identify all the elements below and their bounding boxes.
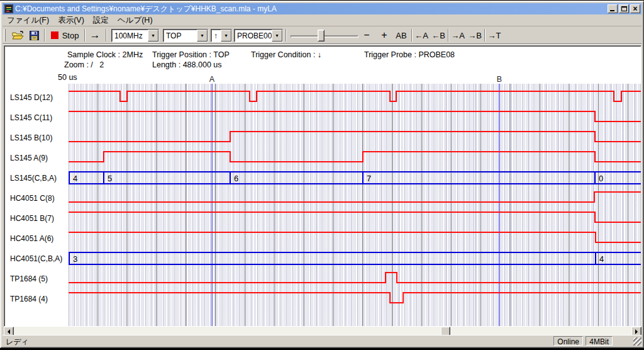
- goto-b-button[interactable]: →B: [467, 28, 483, 42]
- set-a-button[interactable]: ←A: [413, 28, 430, 42]
- channel-label: HC4051 B(7): [10, 214, 54, 223]
- bus-value: 3: [73, 254, 77, 264]
- trigger-position-value: TOP: [164, 30, 197, 42]
- bus-value: 5: [108, 174, 112, 183]
- status-bar: レディ Online 4MBit: [3, 335, 641, 346]
- channel-label: HC4051(C,B,A): [10, 254, 62, 263]
- set-b-button[interactable]: ←B: [430, 28, 447, 42]
- channel-label: TP1684 (4): [10, 295, 48, 303]
- menu-view[interactable]: 表示(V): [53, 14, 89, 26]
- channel-label: LS145(C,B,A): [10, 174, 57, 183]
- sample-clock-value: 100MHz: [112, 30, 148, 42]
- save-button[interactable]: [26, 28, 42, 42]
- info-length: Length : 488.000 us: [152, 60, 222, 69]
- dropdown-arrow-icon[interactable]: ▼: [197, 30, 208, 42]
- toolbar-separator: [44, 29, 45, 42]
- sample-clock-select[interactable]: 100MHz ▼: [111, 29, 159, 42]
- zoom-slider-thumb[interactable]: [318, 30, 325, 42]
- channel-label: LS145 C(11): [10, 113, 52, 122]
- channel-label: LS145 D(12): [10, 93, 53, 102]
- menu-settings[interactable]: 設定: [89, 14, 113, 26]
- trigger-edge-select[interactable]: ↑ ▼: [211, 29, 232, 42]
- app-icon: [4, 4, 13, 13]
- dropdown-arrow-icon[interactable]: ▼: [272, 30, 282, 42]
- toolbar-separator: [411, 29, 413, 42]
- zoom-out-button[interactable]: −: [359, 28, 374, 42]
- stop-button[interactable]: Stop: [48, 28, 82, 42]
- dropdown-arrow-icon[interactable]: ▼: [148, 30, 158, 42]
- run-arrow-icon: →: [90, 29, 101, 42]
- maximize-icon: [621, 6, 627, 11]
- bus-value: 4: [73, 174, 77, 183]
- title-bar[interactable]: C:¥Documents and Settings¥noname¥デスクトップ¥…: [3, 3, 641, 14]
- toolbar-separator: [484, 29, 486, 42]
- close-button[interactable]: ×: [630, 4, 640, 13]
- toolbar-grip[interactable]: [4, 29, 6, 42]
- waveform-plot[interactable]: 4567034: [69, 84, 641, 327]
- goto-a-button[interactable]: →A: [450, 28, 466, 42]
- trigger-probe-select[interactable]: PROBE00 ▼: [234, 29, 283, 42]
- channel-label: TP1684 (5): [10, 274, 48, 283]
- bus-value: 6: [234, 174, 238, 183]
- info-trigger-condition: Trigger Condition : ↓: [251, 50, 321, 59]
- info-trigger-probe: Trigger Probe : PROBE08: [364, 50, 455, 59]
- digital-trace: [69, 273, 641, 283]
- scroll-left-icon: [5, 329, 10, 334]
- bus-value: 4: [599, 254, 604, 264]
- digital-trace: [69, 132, 641, 142]
- bus-value: 7: [367, 174, 371, 183]
- channel-label: LS145 B(10): [10, 133, 52, 142]
- digital-trace: [69, 293, 641, 303]
- trigger-position-select[interactable]: TOP ▼: [163, 29, 208, 42]
- zoom-in-button[interactable]: +: [377, 28, 392, 42]
- menu-help[interactable]: ヘルプ(H): [113, 14, 157, 26]
- digital-trace: [69, 91, 641, 101]
- digital-trace: [69, 212, 641, 222]
- ab-span-button[interactable]: AB: [393, 28, 409, 42]
- toolbar: Stop → 100MHz ▼ TOP ▼ ↑ ▼ PROBE00 ▼ − + …: [3, 27, 641, 44]
- open-button[interactable]: [10, 28, 25, 42]
- toolbar-separator: [448, 29, 449, 42]
- digital-trace: [69, 111, 641, 121]
- close-icon: ×: [631, 4, 640, 13]
- digital-trace: [69, 152, 641, 162]
- status-memory-badge: 4MBit: [586, 336, 613, 346]
- app-window: C:¥Documents and Settings¥noname¥デスクトップ¥…: [0, 1, 644, 348]
- stop-label: Stop: [62, 31, 79, 40]
- minimize-button[interactable]: [608, 4, 618, 13]
- waveform-traces: 4567034: [69, 84, 641, 327]
- channel-label: HC4051 C(8): [10, 194, 55, 203]
- menu-bar: ファイル(F) 表示(V) 設定 ヘルプ(H): [3, 15, 641, 26]
- info-trigger-position: Trigger Position : TOP: [152, 50, 230, 59]
- status-message: レディ: [6, 337, 29, 347]
- channel-label: HC4051 A(6): [10, 234, 53, 243]
- channel-label-column: LS145 D(12)LS145 C(11)LS145 B(10)LS145 A…: [7, 84, 69, 327]
- toolbar-separator: [106, 29, 107, 42]
- toolbar-separator: [84, 29, 86, 42]
- open-folder-icon: [12, 31, 24, 40]
- window-title: C:¥Documents and Settings¥noname¥デスクトップ¥…: [15, 4, 606, 14]
- save-floppy-icon: [30, 31, 39, 40]
- toolbar-separator: [286, 29, 287, 42]
- digital-trace: [69, 192, 641, 202]
- stop-square-icon: [51, 31, 58, 39]
- channel-label: LS145 A(9): [10, 154, 48, 162]
- trigger-probe-value: PROBE00: [235, 30, 272, 42]
- marker-label-a: A: [208, 75, 216, 84]
- trigger-edge-value: ↑: [211, 30, 221, 42]
- minimize-icon: [610, 10, 614, 11]
- waveform-panel: Sample Clock : 2MHz Trigger Position : T…: [4, 45, 641, 327]
- status-online-badge: Online: [553, 336, 583, 346]
- goto-trigger-button[interactable]: →T: [486, 28, 502, 42]
- single-run-button[interactable]: →: [86, 28, 104, 42]
- time-div-label: 50 us: [58, 73, 77, 82]
- bus-value: 0: [599, 174, 603, 183]
- maximize-button[interactable]: [619, 4, 629, 13]
- dropdown-arrow-icon[interactable]: ▼: [221, 30, 231, 42]
- resize-grip[interactable]: [633, 337, 641, 346]
- scroll-right-icon: [635, 329, 640, 334]
- zoom-slider-track[interactable]: [291, 35, 358, 38]
- info-zoom: Zoom : / 2: [64, 60, 104, 69]
- digital-trace: [69, 232, 641, 242]
- menu-file[interactable]: ファイル(F): [3, 14, 53, 26]
